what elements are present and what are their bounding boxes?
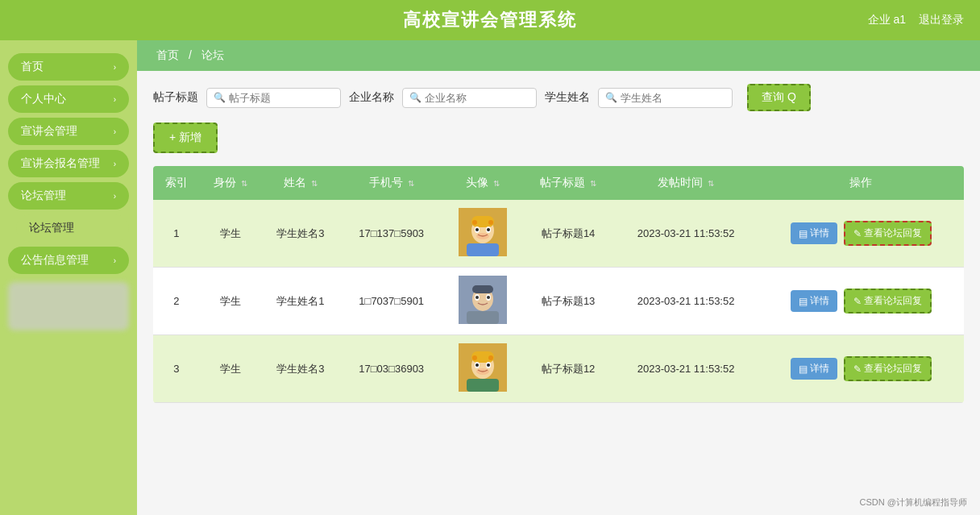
cell-post-time: 2023-03-21 11:53:52 [613, 200, 758, 268]
sidebar-label-seminar: 宣讲会管理 [21, 124, 77, 139]
sidebar-item-home[interactable]: 首页 › [8, 53, 129, 81]
svg-point-3 [472, 220, 477, 225]
breadcrumb-home[interactable]: 首页 [156, 48, 179, 61]
detail-label: 详情 [810, 362, 829, 376]
post-title-label: 帖子标题 [153, 90, 198, 105]
col-actions: 操作 [758, 166, 964, 200]
detail-label: 详情 [810, 294, 829, 308]
review-label: 查看论坛回复 [864, 362, 922, 376]
cell-actions: ▤ 详情 ✎ 查看论坛回复 [758, 200, 964, 268]
search-icon-student: 🔍 [605, 92, 617, 103]
cell-post-title: 帖子标题13 [523, 268, 614, 335]
svg-point-9 [487, 228, 490, 231]
sidebar-label-forum-manage: 论坛管理 [29, 221, 74, 235]
company-input-wrap: 🔍 [402, 88, 537, 108]
col-name: 姓名 ⇅ [261, 166, 341, 200]
sidebar-item-profile[interactable]: 个人中心 › [8, 85, 129, 113]
chevron-icon-profile: › [114, 95, 116, 104]
svg-point-23 [488, 355, 493, 360]
review-label: 查看论坛回复 [864, 294, 922, 308]
table-header-row: 索引 身份 ⇅ 姓名 ⇅ 手机号 ⇅ 头像 ⇅ 帖子标题 ⇅ 发帖时间 ⇅ 操作 [153, 166, 964, 200]
review-icon: ✎ [853, 228, 862, 239]
student-label: 学生姓名 [545, 90, 590, 105]
cell-index: 2 [153, 268, 200, 335]
review-label: 查看论坛回复 [864, 226, 922, 240]
cell-name: 学生姓名3 [261, 335, 341, 403]
search-bar: 帖子标题 🔍 企业名称 🔍 学生姓名 🔍 查询 Q [153, 84, 964, 111]
svg-point-22 [472, 355, 477, 360]
cell-avatar [442, 335, 523, 403]
svg-rect-13 [472, 285, 493, 293]
svg-point-28 [487, 363, 490, 367]
post-title-input-wrap: 🔍 [206, 88, 341, 108]
svg-rect-29 [467, 379, 499, 392]
cell-phone: 1□7037□5901 [340, 268, 442, 335]
cell-index: 1 [153, 200, 200, 268]
detail-icon: ▤ [799, 228, 808, 239]
review-button[interactable]: ✎ 查看论坛回复 [844, 221, 932, 246]
review-button[interactable]: ✎ 查看论坛回复 [844, 289, 932, 314]
svg-rect-18 [467, 311, 499, 324]
table-row: 1 学生 学生姓名3 17□137□5903 帖子标题14 2023-03-21… [153, 200, 964, 268]
chevron-icon-seminar-reg: › [114, 160, 116, 168]
cell-actions: ▤ 详情 ✎ 查看论坛回复 [758, 268, 964, 335]
svg-point-27 [475, 363, 479, 367]
sidebar-label-notice: 公告信息管理 [21, 253, 89, 268]
svg-point-8 [475, 228, 479, 231]
detail-icon: ▤ [799, 296, 808, 307]
chevron-icon-forum: › [114, 192, 116, 201]
detail-label: 详情 [810, 226, 829, 240]
layout: 首页 › 个人中心 › 宣讲会管理 › 宣讲会报名管理 › 论坛管理 › 论坛管… [0, 40, 980, 515]
company-label: 企业名称 [349, 90, 394, 105]
student-input[interactable] [621, 92, 725, 104]
cell-phone: 17□137□5903 [340, 200, 442, 268]
company-input[interactable] [425, 92, 529, 104]
chevron-icon-home: › [114, 63, 116, 72]
detail-icon: ▤ [799, 363, 808, 375]
detail-button[interactable]: ▤ 详情 [791, 290, 837, 312]
col-phone: 手机号 ⇅ [340, 166, 442, 200]
sidebar-label-seminar-reg: 宣讲会报名管理 [21, 156, 100, 171]
breadcrumb: 首页 / 论坛 [137, 40, 980, 71]
post-title-input[interactable] [229, 92, 334, 104]
logout-link[interactable]: 退出登录 [919, 13, 964, 27]
review-icon: ✎ [853, 363, 862, 375]
cell-index: 3 [153, 335, 200, 403]
username: 企业 a1 [868, 13, 906, 27]
cell-actions: ▤ 详情 ✎ 查看论坛回复 [758, 335, 964, 403]
cell-avatar [442, 268, 523, 335]
sidebar-item-seminar[interactable]: 宣讲会管理 › [8, 118, 129, 145]
cell-identity: 学生 [200, 268, 261, 335]
page-content: 帖子标题 🔍 企业名称 🔍 学生姓名 🔍 查询 Q + 新增 [137, 71, 980, 416]
sidebar-item-forum-manage[interactable]: 论坛管理 [16, 214, 129, 242]
main-content: 首页 / 论坛 帖子标题 🔍 企业名称 🔍 学生姓名 🔍 [137, 40, 980, 515]
search-button[interactable]: 查询 Q [747, 84, 811, 111]
sidebar-item-notice[interactable]: 公告信息管理 › [8, 247, 129, 274]
cell-post-title: 帖子标题12 [523, 335, 614, 403]
data-table: 索引 身份 ⇅ 姓名 ⇅ 手机号 ⇅ 头像 ⇅ 帖子标题 ⇅ 发帖时间 ⇅ 操作… [153, 166, 964, 403]
svg-rect-10 [467, 243, 499, 256]
header: 高校宣讲会管理系统 企业 a1 退出登录 [0, 0, 980, 40]
footer-note: CSDN @计算机编程指导师 [860, 496, 967, 509]
svg-point-17 [487, 296, 490, 299]
sidebar-item-seminar-reg[interactable]: 宣讲会报名管理 › [8, 150, 129, 177]
header-right: 企业 a1 退出登录 [868, 13, 964, 27]
cell-identity: 学生 [200, 200, 261, 268]
review-button[interactable]: ✎ 查看论坛回复 [844, 356, 932, 381]
detail-button[interactable]: ▤ 详情 [791, 358, 837, 380]
sidebar-item-forum[interactable]: 论坛管理 › [8, 182, 129, 210]
chevron-icon-seminar: › [114, 127, 116, 136]
cell-post-title: 帖子标题14 [523, 200, 614, 268]
detail-button[interactable]: ▤ 详情 [791, 222, 837, 244]
svg-point-4 [488, 220, 493, 225]
cell-post-time: 2023-03-21 11:53:52 [613, 335, 758, 403]
cell-name: 学生姓名3 [261, 200, 341, 268]
cell-post-time: 2023-03-21 11:53:52 [613, 268, 758, 335]
table-row: 2 学生 学生姓名1 1□7037□5901 帖子标题13 2023-03-21… [153, 268, 964, 335]
add-button[interactable]: + 新增 [153, 123, 218, 153]
sidebar-blurred-area [8, 282, 129, 330]
cell-name: 学生姓名1 [261, 268, 341, 335]
table-row: 3 学生 学生姓名3 17□03□36903 帖子标题12 2023-03-21… [153, 335, 964, 403]
col-post-time: 发帖时间 ⇅ [613, 166, 758, 200]
sidebar-label-forum: 论坛管理 [21, 189, 66, 203]
